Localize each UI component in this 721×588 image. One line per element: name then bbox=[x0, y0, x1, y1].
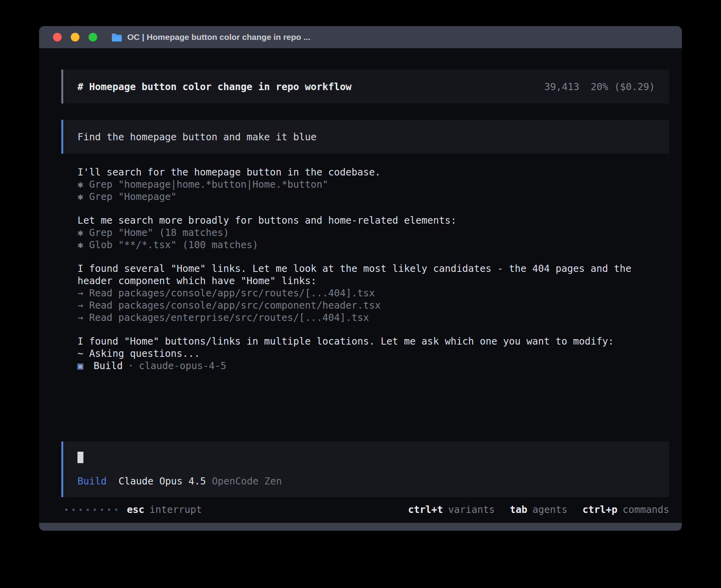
shortcut-interrupt: esc interrupt bbox=[127, 504, 202, 515]
conversation-transcript: I'll search for the homepage button in t… bbox=[77, 166, 659, 372]
window-title-group: OC | Homepage button color change in rep… bbox=[111, 26, 310, 48]
terminal-window: OC | Homepage button color change in rep… bbox=[39, 26, 682, 531]
context-percent: 20% bbox=[591, 81, 608, 92]
prompt-input[interactable]: Build Claude Opus 4.5 OpenCode Zen bbox=[61, 441, 669, 497]
provider-name: OpenCode Zen bbox=[212, 475, 282, 487]
shortcut-variants: ctrl+t variants bbox=[408, 504, 495, 515]
session-cost: ($0.29) bbox=[614, 81, 655, 92]
window-title: OC | Homepage button color change in rep… bbox=[127, 32, 310, 42]
model-name[interactable]: Claude Opus 4.5 bbox=[119, 475, 206, 487]
agent-name: Build bbox=[94, 360, 123, 372]
agent-model: claude-opus-4-5 bbox=[139, 360, 226, 372]
tool-call-grep: ✱ Grep "homepage|home.*button|Home.*butt… bbox=[77, 178, 659, 190]
ctrl-t-key: ctrl+t bbox=[408, 504, 443, 515]
esc-key: esc bbox=[127, 504, 144, 515]
session-header: # Homepage button color change in repo w… bbox=[61, 70, 669, 104]
tool-call-grep: ✱ Grep "Homepage" bbox=[77, 190, 659, 203]
interrupt-label: interrupt bbox=[149, 504, 202, 515]
tool-call-group: → Read packages/console/app/src/routes/[… bbox=[77, 287, 659, 324]
tool-call-glob: ✱ Glob "**/*.tsx" (100 matches) bbox=[77, 239, 659, 251]
shortcut-commands: ctrl+p commands bbox=[582, 504, 669, 515]
status-bar: esc interrupt ctrl+t variants tab agents… bbox=[65, 503, 669, 516]
folder-icon bbox=[111, 33, 122, 41]
tool-call-read: → Read packages/console/app/src/routes/[… bbox=[77, 287, 659, 299]
separator-dot: · bbox=[128, 360, 134, 372]
commands-label: commands bbox=[623, 504, 669, 515]
session-title: # Homepage button color change in repo w… bbox=[77, 81, 351, 92]
terminal-content: # Homepage button color change in repo w… bbox=[39, 48, 682, 523]
tool-call-group: ✱ Grep "Home" (18 matches) ✱ Glob "**/*.… bbox=[77, 226, 659, 251]
shortcut-agents: tab agents bbox=[510, 504, 568, 515]
close-button[interactable] bbox=[53, 33, 62, 41]
zoom-button[interactable] bbox=[89, 33, 97, 41]
status-line: ~ Asking questions... bbox=[77, 347, 659, 360]
agent-task-row: ▣ Build · claude-opus-4-5 bbox=[77, 360, 659, 372]
activity-spinner-dots bbox=[65, 509, 117, 511]
input-status-row: Build Claude Opus 4.5 OpenCode Zen bbox=[77, 475, 282, 487]
tab-key: tab bbox=[510, 504, 527, 515]
agent-icon: ▣ bbox=[77, 360, 83, 372]
tool-call-group: ✱ Grep "homepage|home.*button|Home.*butt… bbox=[77, 178, 659, 203]
agents-label: agents bbox=[532, 504, 568, 515]
tool-call-read: → Read packages/enterprise/src/routes/[.… bbox=[77, 311, 659, 324]
minimize-button[interactable] bbox=[71, 33, 79, 41]
titlebar[interactable]: OC | Homepage button color change in rep… bbox=[39, 26, 682, 48]
text-cursor bbox=[77, 452, 83, 463]
variants-label: variants bbox=[448, 504, 495, 515]
status-bar-left: esc interrupt bbox=[65, 504, 202, 515]
tool-call-grep: ✱ Grep "Home" (18 matches) bbox=[77, 226, 659, 239]
session-stats: 39,413 20% ($0.29) bbox=[544, 81, 655, 92]
assistant-message: I found several "Home" links. Let me loo… bbox=[77, 262, 659, 287]
assistant-message: Let me search more broadly for buttons a… bbox=[77, 214, 659, 226]
tool-call-read: → Read packages/console/app/src/componen… bbox=[77, 299, 659, 311]
user-message-text: Find the homepage button and make it blu… bbox=[77, 131, 317, 143]
agent-mode-label[interactable]: Build bbox=[77, 475, 107, 487]
ctrl-p-key: ctrl+p bbox=[582, 504, 617, 515]
token-count: 39,413 bbox=[544, 81, 579, 92]
status-bar-right: ctrl+t variants tab agents ctrl+p comman… bbox=[408, 504, 669, 515]
user-message: Find the homepage button and make it blu… bbox=[61, 120, 669, 154]
assistant-message: I found "Home" buttons/links in multiple… bbox=[77, 335, 659, 347]
assistant-message: I'll search for the homepage button in t… bbox=[77, 166, 659, 178]
